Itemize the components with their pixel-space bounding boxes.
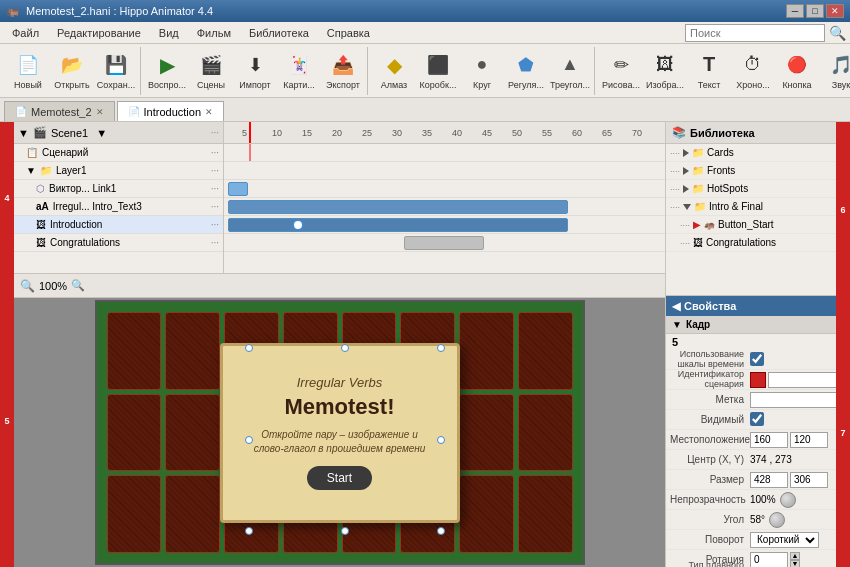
congrats-menu[interactable]: ···: [211, 237, 219, 248]
scenario-color-box[interactable]: [750, 372, 766, 388]
card-8[interactable]: [518, 312, 573, 390]
frame-expand-icon[interactable]: ▼: [672, 319, 682, 330]
tab-memotest2[interactable]: 📄 Memotest_2 ✕: [4, 101, 115, 121]
lib-intro-final[interactable]: ···· 📁 Intro & Final: [666, 198, 850, 216]
angle-circle[interactable]: [769, 512, 785, 528]
text-button[interactable]: T Текст: [688, 47, 730, 95]
triangle-button[interactable]: ▲ Треугол...: [549, 47, 591, 95]
opacity-circle[interactable]: [780, 492, 796, 508]
menu-help[interactable]: Справка: [319, 25, 378, 41]
menu-view[interactable]: Вид: [151, 25, 187, 41]
rotation-input[interactable]: [750, 552, 788, 568]
tab-introduction-close[interactable]: ✕: [205, 107, 213, 117]
regular-button[interactable]: ⬟ Регуля...: [505, 47, 547, 95]
sel-handle-bc[interactable]: [341, 527, 349, 535]
timeline-checkbox[interactable]: [750, 352, 764, 366]
cards-button[interactable]: 🃏 Карти...: [278, 47, 320, 95]
card-24[interactable]: [518, 475, 573, 553]
card-9[interactable]: [107, 394, 162, 472]
search-input[interactable]: [685, 24, 825, 42]
tab-memotest2-close[interactable]: ✕: [96, 107, 104, 117]
lib-hotspots[interactable]: ···· 📁 HotSpots: [666, 180, 850, 198]
maximize-button[interactable]: □: [806, 4, 824, 18]
canvas-area[interactable]: Irregular Verbs Memotest! Откройте пару …: [14, 298, 665, 567]
lib-button-start[interactable]: ···· ▶ 🦛 Button_Start: [666, 216, 850, 234]
keyframe-intro[interactable]: [292, 219, 304, 231]
zoom-out-icon[interactable]: 🔍: [20, 279, 35, 293]
zoom-in-icon[interactable]: 🔍: [71, 279, 85, 292]
menu-file[interactable]: Файл: [4, 25, 47, 41]
export-button[interactable]: 📤 Экспорт: [322, 47, 364, 95]
label-input[interactable]: [750, 392, 846, 408]
rotation-up[interactable]: ▲: [790, 552, 800, 560]
image-button[interactable]: 🖼 Изобра...: [644, 47, 686, 95]
layer-congratulations[interactable]: 🖼 Congratulations ···: [14, 234, 223, 252]
layer-script-menu[interactable]: ···: [211, 147, 219, 158]
card-2[interactable]: [165, 312, 220, 390]
lib-congratulations[interactable]: ···· 🖼 Congratulations: [666, 234, 850, 252]
card-23[interactable]: [459, 475, 514, 553]
sel-handle-tr[interactable]: [437, 344, 445, 352]
timeline-tracks[interactable]: 5 10 15 20 25 30 35 40 45 50 55 60 65 70: [224, 122, 665, 273]
start-button[interactable]: Start: [307, 466, 372, 490]
card-7[interactable]: [459, 312, 514, 390]
sel-handle-mr[interactable]: [437, 436, 445, 444]
scenario-id-input[interactable]: [768, 372, 846, 388]
rotation-down[interactable]: ▼: [790, 560, 800, 568]
menu-edit[interactable]: Редактирование: [49, 25, 149, 41]
play-button[interactable]: ▶ Воспро...: [146, 47, 188, 95]
layer-intro-text3[interactable]: aA Irregul... Intro_Text3 ···: [14, 198, 223, 216]
pos-y-input[interactable]: [790, 432, 828, 448]
scenes-button[interactable]: 🎬 Сцены: [190, 47, 232, 95]
link1-menu[interactable]: ···: [211, 183, 219, 194]
timeline-playhead[interactable]: [249, 122, 251, 143]
sel-handle-tc[interactable]: [341, 344, 349, 352]
rotation-dropdown[interactable]: Короткий Длинный: [750, 532, 819, 548]
import-button[interactable]: ⬇ Импорт: [234, 47, 276, 95]
save-button[interactable]: 💾 Сохран...: [95, 47, 137, 95]
layer-introduction[interactable]: 🖼 Introduction ···: [14, 216, 223, 234]
scene-expand-icon[interactable]: ▼: [18, 127, 29, 139]
card-10[interactable]: [165, 394, 220, 472]
card-15[interactable]: [459, 394, 514, 472]
card-18[interactable]: [165, 475, 220, 553]
pos-x-input[interactable]: [750, 432, 788, 448]
circle-button[interactable]: ● Круг: [461, 47, 503, 95]
button-button[interactable]: 🔴 Кнопка: [776, 47, 818, 95]
visible-checkbox[interactable]: [750, 412, 764, 426]
sel-handle-bl[interactable]: [245, 527, 253, 535]
sel-handle-br[interactable]: [437, 527, 445, 535]
open-button[interactable]: 📂 Открыть: [51, 47, 93, 95]
text3-menu[interactable]: ···: [211, 201, 219, 212]
scene-dots[interactable]: ···: [211, 127, 219, 138]
props-expand-icon[interactable]: ◀: [672, 300, 680, 313]
height-input[interactable]: [790, 472, 828, 488]
diamond-button[interactable]: ◆ Алмаз: [373, 47, 415, 95]
search-icon[interactable]: 🔍: [829, 25, 846, 41]
tab-introduction[interactable]: 📄 Introduction ✕: [117, 101, 224, 121]
layer-script[interactable]: 📋 Сценарий ···: [14, 144, 223, 162]
card-1[interactable]: [107, 312, 162, 390]
intro-menu[interactable]: ···: [211, 219, 219, 230]
new-button[interactable]: 📄 Новый: [7, 47, 49, 95]
sel-handle-ml[interactable]: [245, 436, 253, 444]
layer-layer1[interactable]: ▼ 📁 Layer1 ···: [14, 162, 223, 180]
chrono-button[interactable]: ⏱ Хроно...: [732, 47, 774, 95]
box-button[interactable]: ⬛ Коробк...: [417, 47, 459, 95]
close-button[interactable]: ✕: [826, 4, 844, 18]
menu-film[interactable]: Фильм: [189, 25, 239, 41]
layer-link1[interactable]: ⬡ Виктор... Link1 ···: [14, 180, 223, 198]
layer1-menu[interactable]: ···: [211, 165, 219, 176]
sel-handle-tl[interactable]: [245, 344, 253, 352]
draw-button[interactable]: ✏ Рисова...: [600, 47, 642, 95]
canvas-content: Irregular Verbs Memotest! Откройте пару …: [95, 300, 585, 565]
width-input[interactable]: [750, 472, 788, 488]
card-16[interactable]: [518, 394, 573, 472]
menu-library[interactable]: Библиотека: [241, 25, 317, 41]
card-17[interactable]: [107, 475, 162, 553]
minimize-button[interactable]: ─: [786, 4, 804, 18]
sound-button[interactable]: 🎵 Звук: [820, 47, 850, 95]
lib-cards[interactable]: ···· 📁 Cards: [666, 144, 850, 162]
lib-fronts[interactable]: ···· 📁 Fronts: [666, 162, 850, 180]
scene-expand2-icon[interactable]: ▼: [96, 127, 107, 139]
